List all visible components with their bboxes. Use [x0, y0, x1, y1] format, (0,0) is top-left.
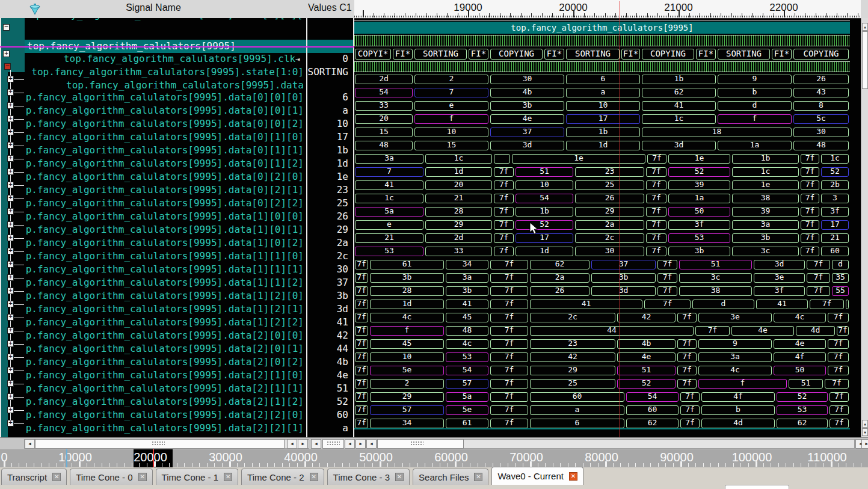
scroll-down-button[interactable]: ▼ — [862, 428, 868, 436]
bus-value-segment: 3b — [732, 233, 799, 243]
tab-wave0-current[interactable]: Wave0 - Current✕ — [491, 467, 583, 485]
signal-row[interactable]: p.fancy_algorithm_calulators[9995].data[… — [25, 408, 306, 422]
signal-row[interactable]: p.fancy_algorithm_calulators[9995].data[… — [25, 117, 306, 131]
signal-row[interactable]: p.fancy_algorithm_calulators[9995].data[… — [25, 170, 306, 183]
signals-scroll-left-button[interactable]: ◀ — [25, 439, 35, 449]
signal-row[interactable]: p.fancy_algorithm_calulators[9995].data[… — [25, 91, 306, 104]
signal-row[interactable]: p.fancy_algorithm_calulators[9995].data[… — [25, 382, 306, 395]
element-expander[interactable]: + — [7, 407, 14, 413]
signal-row-clk-value: 0 — [307, 52, 353, 66]
values-scroll-left-button[interactable]: ◀ — [311, 439, 321, 449]
tab-search-files[interactable]: Search Files✕ — [413, 469, 488, 485]
element-expander[interactable]: + — [7, 354, 14, 360]
names-values-divider[interactable] — [306, 18, 307, 437]
signal-row-data[interactable]: top.fancy_algorithm_calulators[9995].dat… — [25, 79, 306, 92]
element-expander[interactable]: + — [7, 248, 14, 254]
tab-close-icon[interactable]: ✕ — [569, 472, 577, 481]
element-expander[interactable]: + — [7, 380, 14, 387]
overview-time-ruler[interactable]: 0100002000030000400005000060000700008000… — [0, 449, 868, 467]
signal-row-clk[interactable]: top.fancy_algorithm_calulators[9995].clk… — [25, 52, 306, 66]
element-expander[interactable]: + — [7, 288, 14, 294]
signal-row[interactable]: p.fancy_algorithm_calulators[9995].data[… — [25, 144, 306, 157]
signal-row[interactable]: p.fancy_algorithm_calulators[9995].data[… — [25, 316, 306, 329]
signal-row[interactable]: p.fancy_algorithm_calulators[9995].data[… — [25, 289, 306, 303]
clk-waveform[interactable] — [354, 35, 850, 46]
data-collapse-expander[interactable]: − — [4, 63, 11, 70]
wave-scroll-left-button[interactable]: ◀ — [366, 439, 377, 449]
signals-scroll-right-button[interactable]: ▶ — [298, 439, 308, 449]
signal-row[interactable]: p.fancy_algorithm_calulators[9995].data[… — [25, 197, 306, 210]
tab-close-icon[interactable]: ✕ — [224, 473, 232, 481]
element-expander[interactable]: + — [7, 102, 14, 109]
element-expander[interactable]: + — [7, 235, 14, 241]
values-scroll-left-button[interactable]: ◀ — [345, 439, 355, 449]
tab-close-icon[interactable]: ✕ — [474, 473, 482, 481]
element-expander[interactable]: + — [7, 195, 14, 201]
signal-row[interactable]: p.fancy_algorithm_calulators[9995].data[… — [25, 369, 306, 382]
element-expander[interactable]: + — [7, 420, 14, 426]
element-expander[interactable]: + — [7, 314, 14, 321]
group-collapse-expander[interactable]: − — [3, 24, 10, 31]
tab-close-icon[interactable]: ✕ — [52, 473, 61, 481]
signal-row[interactable]: p.fancy_algorithm_calulators[9995].data[… — [25, 210, 306, 223]
signal-row[interactable]: p.fancy_algorithm_calulators[9995].data[… — [25, 157, 306, 170]
tab-close-icon[interactable]: ✕ — [138, 473, 147, 481]
wave-vertical-scrollbar[interactable]: ▲ ▲ ▼ — [861, 18, 868, 437]
signal-row[interactable]: p.fancy_algorithm_calulators[9995].data[… — [25, 329, 306, 342]
element-expander[interactable]: + — [7, 89, 14, 96]
signal-row[interactable]: p.fancy_algorithm_calulators[9995].data[… — [25, 236, 306, 250]
scroll-up-button-bottom[interactable]: ▲ — [862, 420, 868, 428]
element-expander[interactable]: + — [7, 76, 14, 82]
signal-row[interactable]: p.fancy_algorithm_calulators[9995].data[… — [25, 131, 306, 144]
element-expander[interactable]: + — [7, 274, 14, 281]
waveform-canvas[interactable]: 19000200002100022000 top.fancy_algorithm… — [354, 0, 861, 437]
wave-scroll-right-button[interactable]: ▶ — [861, 439, 868, 449]
signal-row[interactable]: p.fancy_algorithm_calulators[9995].data[… — [25, 395, 306, 408]
element-expander[interactable]: + — [7, 367, 14, 374]
data-compound-waveform[interactable] — [354, 61, 850, 72]
bus-value-segment: 7f — [801, 233, 819, 243]
signal-row[interactable]: p.fancy_algorithm_calulators[9995].data[… — [25, 342, 306, 355]
signal-row[interactable]: p.fancy_algorithm_calulators[9995].data[… — [25, 250, 306, 263]
tab-close-icon[interactable]: ✕ — [395, 473, 404, 481]
tab-time-cone-0[interactable]: Time Cone - 0✕ — [70, 469, 152, 485]
element-expander[interactable]: + — [7, 221, 14, 228]
tab-time-cone-3[interactable]: Time Cone - 3✕ — [327, 469, 410, 485]
element-expander[interactable]: + — [7, 393, 14, 400]
element-expander[interactable]: + — [7, 115, 14, 122]
group-band[interactable]: top.fancy_algorithm_calulators[9995] — [354, 22, 850, 34]
element-expander[interactable]: + — [7, 261, 14, 268]
vertical-scroll-thumb[interactable] — [862, 31, 868, 89]
signal-row[interactable]: p.fancy_algorithm_calulators[9995].data[… — [25, 183, 306, 197]
signal-row[interactable]: p.fancy_algorithm_calulators[9995].data[… — [25, 223, 306, 236]
values-scroll-right-button[interactable]: ▶ — [356, 439, 366, 449]
element-expander[interactable]: + — [7, 155, 14, 162]
signal-row[interactable]: p.fancy_algorithm_calulators[9995].data[… — [25, 303, 306, 316]
tab-close-icon[interactable]: ✕ — [310, 473, 318, 481]
wave-time-ruler[interactable]: 19000200002100022000 — [354, 0, 861, 19]
ruler-minor-tick — [531, 13, 532, 17]
element-expander[interactable]: + — [7, 340, 14, 347]
signal-row[interactable]: p.fancy_algorithm_calulators[9995].data[… — [25, 276, 306, 289]
scroll-up-button[interactable]: ▲ — [862, 23, 868, 31]
signal-row[interactable]: p.fancy_algorithm_calulators[9995].data[… — [25, 355, 306, 369]
tab-time-cone-1[interactable]: Time Cone - 1✕ — [156, 469, 238, 485]
signal-row[interactable]: p.fancy_algorithm_calulators[9995].data[… — [25, 104, 306, 117]
tab-transcript[interactable]: Transcript✕ — [1, 469, 67, 485]
element-expander[interactable]: + — [7, 182, 14, 188]
signals-scroll-left-button[interactable]: ◀ — [287, 439, 297, 449]
signal-row-state[interactable]: top.fancy_algorithm_calulators[9995].sta… — [25, 66, 306, 79]
signal-row[interactable]: p.fancy_algorithm_calulators[9995].data[… — [25, 422, 306, 435]
element-expander[interactable]: + — [7, 168, 14, 175]
primary-cursor-line[interactable] — [620, 1, 620, 437]
element-expander[interactable]: + — [7, 142, 14, 149]
tab-time-cone-2[interactable]: Time Cone - 2✕ — [241, 469, 324, 485]
element-expander[interactable]: + — [7, 208, 14, 215]
element-expander[interactable]: + — [7, 327, 14, 334]
state-expander[interactable]: + — [3, 51, 10, 57]
element-expander[interactable]: + — [7, 301, 14, 307]
signal-name-list[interactable]: top.fancy_algorithm_calulators[9995].dat… — [25, 18, 306, 437]
element-expander[interactable]: + — [7, 129, 14, 135]
bus-value-segment: 4f — [774, 352, 826, 362]
signal-row[interactable]: p.fancy_algorithm_calulators[9995].data[… — [25, 263, 306, 276]
